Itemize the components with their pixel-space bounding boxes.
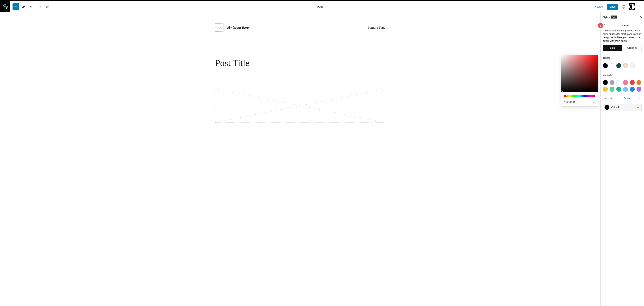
palette-back-button[interactable] bbox=[603, 24, 606, 27]
more-options-button[interactable] bbox=[637, 3, 642, 10]
custom-color-swatch[interactable] bbox=[604, 105, 610, 110]
undo-icon bbox=[29, 4, 34, 9]
theme-swatch-2[interactable] bbox=[616, 63, 621, 68]
custom-add-button[interactable] bbox=[632, 96, 635, 100]
beta-badge: Beta bbox=[611, 16, 617, 18]
hue-handle[interactable] bbox=[564, 94, 566, 97]
svg-point-19 bbox=[639, 97, 640, 98]
panel-more-button[interactable] bbox=[632, 14, 638, 20]
theme-swatch-0[interactable] bbox=[603, 63, 608, 68]
palette-type-tabs: Solid Gradient bbox=[603, 45, 642, 51]
settings-button[interactable] bbox=[620, 3, 627, 10]
color-detail-toggle[interactable] bbox=[592, 100, 596, 104]
list-view-button[interactable] bbox=[44, 3, 51, 10]
custom-color-remove[interactable] bbox=[636, 106, 640, 109]
panel-close-button[interactable] bbox=[640, 16, 642, 19]
site-logo-placeholder[interactable] bbox=[215, 24, 224, 32]
plus-icon bbox=[632, 96, 635, 100]
default-swatch-11[interactable] bbox=[636, 87, 642, 92]
edit-button[interactable] bbox=[20, 3, 27, 10]
color-picker-hue[interactable] bbox=[564, 95, 596, 97]
svg-point-11 bbox=[635, 17, 636, 18]
svg-point-21 bbox=[639, 99, 640, 100]
default-swatch-7[interactable] bbox=[610, 87, 614, 92]
theme-swatch-4[interactable] bbox=[630, 63, 635, 68]
undo-button[interactable] bbox=[28, 3, 35, 10]
theme-swatch-1[interactable] bbox=[610, 63, 614, 68]
tab-solid[interactable]: Solid bbox=[603, 45, 622, 51]
sliders-icon bbox=[592, 100, 596, 103]
svg-point-9 bbox=[593, 102, 594, 102]
post-title[interactable]: Post Title bbox=[215, 58, 386, 68]
color-picker-saturation[interactable] bbox=[561, 55, 598, 92]
preview-button[interactable]: Preview bbox=[592, 4, 605, 10]
redo-icon bbox=[37, 4, 42, 9]
svg-point-18 bbox=[639, 76, 640, 76]
default-swatch-10[interactable] bbox=[630, 87, 635, 92]
featured-image-placeholder[interactable] bbox=[215, 89, 386, 123]
custom-group-label: CUSTOM bbox=[603, 97, 612, 100]
editor-topbar: Page Preview Save bbox=[0, 1, 644, 12]
default-swatch-5[interactable] bbox=[636, 80, 642, 85]
default-group-more[interactable] bbox=[636, 72, 642, 78]
custom-color-name[interactable]: Color 1 bbox=[611, 106, 634, 109]
content-divider bbox=[215, 138, 386, 139]
custom-color-item[interactable]: Color 1 bbox=[603, 104, 642, 111]
kebab-icon bbox=[639, 57, 640, 59]
default-swatch-0[interactable] bbox=[603, 80, 608, 85]
close-icon bbox=[640, 16, 642, 18]
svg-point-16 bbox=[639, 74, 640, 74]
svg-point-20 bbox=[639, 98, 640, 98]
site-header: My Great Blog Sample Page bbox=[215, 20, 386, 39]
contrast-icon bbox=[629, 3, 636, 10]
default-swatch-2[interactable] bbox=[616, 80, 621, 85]
site-title-link[interactable]: My Great Blog bbox=[227, 26, 249, 30]
placeholder-cross-icon bbox=[216, 89, 385, 122]
image-placeholder-icon bbox=[216, 25, 222, 30]
editor-canvas[interactable]: My Great Blog Sample Page Post Title bbox=[0, 12, 600, 306]
panel-title: Styles bbox=[602, 16, 610, 18]
theme-group-more[interactable] bbox=[636, 54, 642, 61]
kebab-icon bbox=[639, 74, 640, 76]
default-swatch-3[interactable] bbox=[623, 80, 628, 85]
svg-point-15 bbox=[639, 58, 640, 59]
svg-point-8 bbox=[594, 101, 595, 102]
default-swatch-9[interactable] bbox=[623, 87, 628, 92]
theme-swatch-3[interactable] bbox=[623, 63, 628, 68]
default-swatch-8[interactable] bbox=[616, 87, 621, 92]
list-icon bbox=[45, 4, 50, 9]
kebab-icon bbox=[639, 97, 640, 100]
gear-icon bbox=[621, 4, 626, 9]
color-picker-popover: #000000 bbox=[561, 55, 598, 106]
default-swatch-1[interactable] bbox=[610, 80, 614, 85]
svg-point-12 bbox=[635, 18, 636, 18]
svg-point-4 bbox=[640, 6, 640, 7]
svg-point-17 bbox=[639, 74, 640, 75]
add-block-button[interactable] bbox=[12, 3, 19, 10]
svg-point-1 bbox=[623, 6, 624, 7]
theme-group-label: THEME bbox=[603, 57, 610, 59]
nav-item-sample-page[interactable]: Sample Page bbox=[368, 26, 385, 30]
default-swatch-6[interactable] bbox=[603, 87, 608, 92]
wordpress-logo-button[interactable] bbox=[0, 1, 10, 12]
minus-icon bbox=[637, 106, 640, 109]
wordpress-icon bbox=[2, 4, 8, 9]
styles-panel: Styles Beta 1 Palette Palettes are used … bbox=[600, 12, 644, 306]
custom-group-more[interactable] bbox=[636, 95, 642, 102]
custom-done-button[interactable]: Done bbox=[624, 97, 630, 100]
color-hex-value[interactable]: #000000 bbox=[564, 100, 575, 104]
save-button[interactable]: Save bbox=[607, 4, 618, 10]
document-type-dropdown[interactable]: Page bbox=[53, 5, 592, 8]
svg-point-13 bbox=[639, 57, 640, 57]
kebab-icon bbox=[640, 5, 640, 8]
default-swatch-4[interactable] bbox=[630, 80, 635, 85]
styles-toggle-button[interactable] bbox=[629, 3, 636, 10]
palette-help-text: Palettes are used to provide default col… bbox=[600, 29, 644, 45]
svg-point-5 bbox=[640, 8, 640, 8]
tab-gradient[interactable]: Gradient bbox=[622, 45, 642, 51]
redo-button[interactable] bbox=[36, 3, 43, 10]
default-group-label: DEFAULT bbox=[603, 74, 613, 76]
saturation-handle[interactable] bbox=[561, 90, 563, 93]
svg-point-3 bbox=[640, 5, 640, 6]
plus-icon bbox=[14, 4, 18, 9]
